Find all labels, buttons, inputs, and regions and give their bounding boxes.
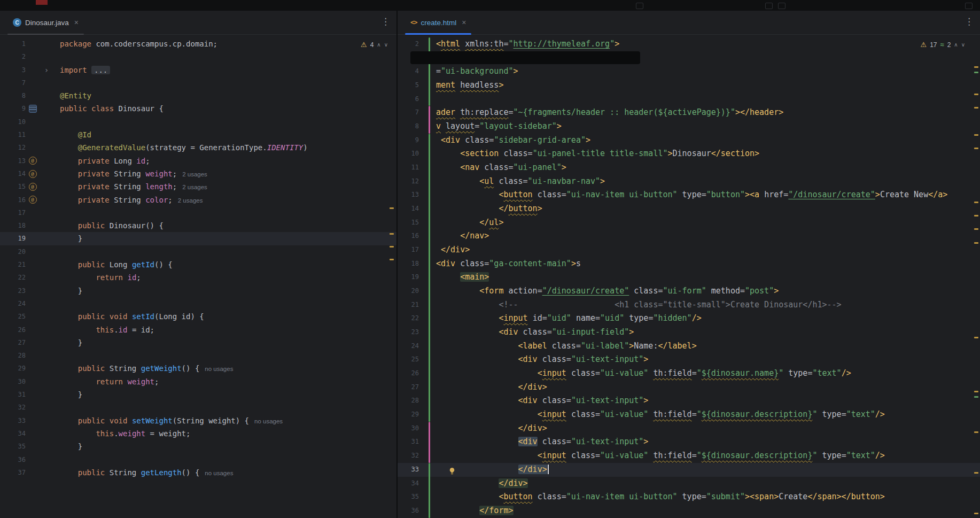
code-line-24[interactable]: 24 <label class="ui-label">Name:</label> [398, 339, 980, 353]
code-line-19[interactable]: 19 } [0, 232, 396, 245]
toolbar-icon[interactable] [765, 3, 773, 9]
warning-stripe-mark[interactable] [974, 94, 978, 95]
code-line-24[interactable]: 24 [0, 297, 396, 310]
vcs-change-bar[interactable] [429, 134, 430, 422]
code-line-5[interactable]: 5ment headless> [398, 79, 980, 92]
code-line-31[interactable]: 31 <div class="ui-text-input"> [398, 435, 980, 449]
editor-right[interactable]: 2<html xmlns:th="http://thymeleaf.org">3… [398, 34, 980, 518]
code-line-21[interactable]: 21 public Long getId() { [0, 258, 396, 271]
code-line-36[interactable]: 36 </form> [398, 504, 980, 518]
stripe-left[interactable] [388, 34, 395, 518]
previous-problem-icon[interactable]: ∧ [377, 42, 380, 48]
code-line-25[interactable]: 25 <div class="ui-text-input"> [398, 353, 980, 367]
code-line-12[interactable]: 12 @GeneratedValue(strategy = Generation… [0, 141, 396, 154]
code-line-35[interactable]: 35 <button class="ui-nav-item ui-button"… [398, 490, 980, 504]
warning-stripe-mark[interactable] [974, 228, 978, 230]
code-line-22[interactable]: 22 <input id="uid" name="uid" type="hidd… [398, 312, 980, 326]
vcs-change-bar[interactable] [429, 463, 430, 518]
code-line-17[interactable]: 17 [0, 206, 396, 219]
code-line-14[interactable]: 14@ private String weight;2 usages [0, 167, 396, 180]
code-line-35[interactable]: 35 } [0, 440, 396, 453]
code-line-30[interactable]: 30 </div> [398, 422, 980, 436]
tab-dinosaur-java[interactable]: C Dinosaur.java × [6, 11, 85, 34]
vcs-change-bar[interactable] [429, 422, 430, 463]
jpa-column-gutter-icon[interactable]: @ [29, 183, 37, 191]
code-line-14[interactable]: 14 </button> [398, 202, 980, 216]
warning-stripe-mark[interactable] [390, 259, 394, 260]
next-problem-icon[interactable]: ∨ [961, 42, 965, 48]
code-line-9[interactable]: 9 <div class="sidebar-grid-area"> [398, 134, 980, 148]
warning-stripe-mark[interactable] [974, 66, 978, 68]
jpa-column-gutter-icon[interactable]: @ [29, 170, 37, 178]
code-line-10[interactable]: 10 [0, 115, 396, 128]
code-line-12[interactable]: 12 <ul class="ui-navbar-nav"> [398, 175, 980, 189]
code-line-22[interactable]: 22 return id; [0, 271, 396, 284]
warning-stripe-mark[interactable] [974, 513, 978, 514]
warning-stripe-mark[interactable] [974, 134, 978, 136]
code-line-18[interactable]: 18 public Dinosaur() { [0, 219, 396, 232]
toolbar-icon[interactable] [965, 3, 973, 9]
code-line-37[interactable]: 37 public String getLength() {no usages [0, 466, 396, 479]
next-problem-icon[interactable]: ∨ [384, 42, 388, 48]
code-line-6[interactable]: 6 [398, 92, 980, 106]
jpa-id-column-gutter-icon[interactable]: @ [29, 157, 37, 165]
tab-options-icon[interactable]: ⋮ [381, 17, 390, 26]
inspection-widget-left[interactable]: ⚠ 4 ∧ ∨ [361, 41, 388, 49]
toolbar-icon[interactable] [636, 3, 643, 9]
code-line-3[interactable]: 3›import ... [0, 64, 396, 76]
code-line-36[interactable]: 36 [0, 453, 396, 466]
jpa-entity-gutter-icon[interactable] [29, 105, 37, 113]
vcs-change-bar[interactable] [429, 37, 430, 106]
code-line-11[interactable]: 11 <nav class="ui-panel"> [398, 161, 980, 175]
code-line-10[interactable]: 10 <section class="ui-panel-title title-… [398, 147, 980, 161]
tab-options-icon[interactable]: ⋮ [965, 17, 974, 26]
warning-stripe-mark[interactable] [974, 472, 978, 474]
code-line-17[interactable]: 17 </div> [398, 243, 980, 257]
code-line-18[interactable]: 18<div class="ga-content-main">s [398, 257, 980, 271]
code-line-4[interactable]: 4="ui-background"> [398, 65, 980, 79]
code-line-20[interactable]: 20 [0, 245, 396, 258]
code-line-2[interactable]: 2 [0, 50, 396, 63]
warning-stripe-mark[interactable] [974, 431, 978, 433]
code-line-33[interactable]: 33 public void setWeight(String weight) … [0, 414, 396, 427]
code-line-1[interactable]: 1package com.coderscampus.cp.domain; [0, 37, 396, 50]
close-tab-icon[interactable]: × [74, 18, 79, 27]
code-line-21[interactable]: 21 <!-- <h1 class="title-small">Create D… [398, 298, 980, 312]
code-line-15[interactable]: 15 </ul> [398, 216, 980, 230]
close-tab-icon[interactable]: × [462, 18, 466, 27]
stripe-right[interactable] [973, 34, 980, 518]
code-line-25[interactable]: 25 public void setId(Long id) { [0, 310, 396, 323]
warning-stripe-mark[interactable] [974, 242, 978, 244]
warning-stripe-mark[interactable] [390, 233, 394, 235]
editor-left[interactable]: 1package com.coderscampus.cp.domain;23›i… [0, 34, 396, 518]
jpa-column-gutter-icon[interactable]: @ [29, 196, 37, 204]
intention-bulb-icon[interactable] [448, 466, 456, 473]
fold-chevron-icon[interactable]: › [40, 64, 53, 76]
warning-stripe-mark[interactable] [390, 246, 394, 248]
typo-stripe-mark[interactable] [974, 396, 978, 398]
typo-stripe-mark[interactable] [974, 72, 978, 73]
code-line-9[interactable]: 9public class Dinosaur { [0, 102, 396, 115]
code-line-11[interactable]: 11 @Id [0, 128, 396, 141]
code-line-27[interactable]: 27 } [0, 336, 396, 349]
code-line-32[interactable]: 32 [0, 401, 396, 414]
code-line-28[interactable]: 28 [0, 349, 396, 362]
code-line-15[interactable]: 15@ private String length;2 usages [0, 180, 396, 193]
toolbar-icon[interactable] [778, 3, 785, 9]
code-line-31[interactable]: 31 } [0, 388, 396, 401]
code-line-26[interactable]: 26 this.id = id; [0, 323, 396, 336]
code-line-33[interactable]: 33 </div> [398, 463, 980, 477]
code-line-27[interactable]: 27 </div> [398, 381, 980, 395]
code-line-20[interactable]: 20 <form action="/dinosaur/create" class… [398, 284, 980, 298]
code-line-7[interactable]: 7 [0, 76, 396, 89]
code-line-13[interactable]: 13 <button class="ui-nav-item ui-button"… [398, 188, 980, 202]
code-line-29[interactable]: 29 public String getWeight() {no usages [0, 362, 396, 375]
warning-stripe-mark[interactable] [974, 202, 978, 203]
code-line-26[interactable]: 26 <input class="ui-value" th:field="${d… [398, 367, 980, 381]
warning-stripe-mark[interactable] [390, 207, 394, 209]
warning-stripe-mark[interactable] [974, 391, 978, 392]
code-line-32[interactable]: 32 <input class="ui-value" th:field="${d… [398, 449, 980, 463]
tab-create-html[interactable]: <> create.html × [404, 11, 472, 34]
warning-stripe-mark[interactable] [974, 215, 978, 217]
vcs-change-bar[interactable] [429, 106, 430, 133]
